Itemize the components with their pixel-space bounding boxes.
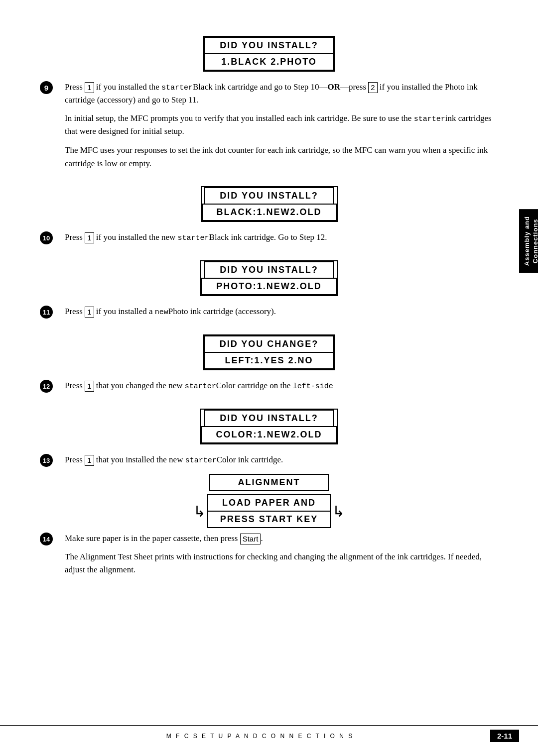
step-11-number: 11	[40, 306, 53, 319]
step-9-text2: if you installed the	[94, 82, 162, 92]
footer: M F C S E T U P A N D C O N N E C T I O …	[0, 725, 538, 742]
curve-arrow-left: ↳	[193, 503, 206, 520]
step-9-content: Press 1 if you installed the starterBlac…	[65, 81, 498, 107]
step-12-text2: that you changed the new	[94, 381, 185, 390]
step-10-text1: Press	[65, 232, 85, 242]
step-13-content: Press 1 that you installed the new start…	[65, 453, 498, 466]
step-11-text2: if you installed a	[94, 307, 155, 316]
step-13: 13 Press 1 that you installed the new st…	[40, 453, 498, 467]
step-14-text1: Make sure paper is in the paper cassette…	[65, 534, 240, 543]
step-9: 9 Press 1 if you installed the starterBl…	[40, 81, 498, 107]
step-10-content: Press 1 if you installed the new starter…	[65, 231, 498, 244]
display-1: DID YOU INSTALL? 1.BLACK 2.PHOTO	[203, 36, 335, 72]
step-9-text4: —press	[340, 82, 368, 92]
display-6-group: ALIGNMENT ↳ LOAD PAPER AND PRESS START K…	[40, 474, 498, 528]
step-9-para1-text: In initial setup, the MFC prompts you to…	[65, 113, 414, 123]
display-5: DID YOU INSTALL? COLOR:1.NEW2.OLD	[200, 409, 338, 444]
step-9-bold1: OR	[328, 82, 341, 92]
display-6-line1: ALIGNMENT	[209, 474, 329, 491]
step-10: 10 Press 1 if you installed the new star…	[40, 231, 498, 244]
step-11-key1: 1	[85, 307, 94, 318]
step-12-content: Press 1 that you changed the new starter…	[65, 379, 498, 392]
step-11-content: Press 1 if you installed a newPhoto ink …	[65, 305, 498, 318]
step-13-starter: starter	[185, 456, 217, 465]
step-14-text2: .	[261, 534, 263, 543]
step-12-number: 12	[40, 380, 53, 393]
step-10-starter: starter	[178, 234, 209, 242]
step-10-key1: 1	[85, 232, 94, 243]
display-2: DID YOU INSTALL? BLACK:1.NEW2.OLD	[201, 186, 338, 222]
step-12: 12 Press 1 that you changed the new star…	[40, 379, 498, 393]
display-1-wrapper: DID YOU INSTALL? 1.BLACK 2.PHOTO	[40, 27, 498, 77]
step-9-number: 9	[40, 81, 53, 94]
step-14: 14 Make sure paper is in the paper casse…	[40, 532, 498, 545]
display-5-line2: COLOR:1.NEW2.OLD	[201, 426, 337, 443]
step-12-starter: starter	[185, 382, 216, 391]
step-9-key1: 1	[85, 82, 94, 93]
step-12-leftside: left-side	[293, 382, 333, 391]
footer-text: M F C S E T U P A N D C O N N E C T I O …	[0, 733, 490, 740]
display-3-line1: DID YOU INSTALL?	[204, 261, 334, 278]
step-14-number: 14	[40, 533, 53, 545]
step-12-text1: Press	[65, 381, 85, 390]
side-tab: Assembly andConnections	[519, 209, 538, 273]
page: Assembly andConnections DID YOU INSTALL?…	[0, 0, 538, 756]
display-5-line1: DID YOU INSTALL?	[204, 410, 334, 426]
step-9-para3-block: The MFC uses your responses to set the i…	[65, 144, 498, 170]
step-9-key2: 2	[368, 82, 377, 93]
step-9-starter2: starter	[414, 115, 445, 123]
step-13-key1: 1	[85, 455, 94, 466]
step-14-para-block: The Alignment Test Sheet prints with ins…	[65, 550, 498, 577]
display-4-line1: DID YOU CHANGE?	[204, 335, 334, 352]
display-6-line3: PRESS START KEY	[207, 511, 331, 528]
step-10-text3: Black ink cartridge. Go to Step 12.	[209, 232, 327, 242]
step-14-key1: Start	[240, 534, 261, 544]
display-6-bottom: ↳ LOAD PAPER AND PRESS START KEY ↳	[207, 494, 331, 528]
display-2-line1: DID YOU INSTALL?	[204, 187, 334, 204]
step-12-text3: Color cartridge on the	[216, 381, 293, 390]
step-9-para3: The MFC uses your responses to set the i…	[65, 144, 498, 170]
display-6-container: ALIGNMENT ↳ LOAD PAPER AND PRESS START K…	[207, 474, 331, 528]
display-2-line2: BLACK:1.NEW2.OLD	[202, 204, 337, 221]
step-12-key1: 1	[85, 381, 94, 392]
step-13-text3: Color ink cartridge.	[217, 455, 283, 464]
step-13-text2: that you installed the new	[94, 455, 185, 464]
display-5-wrapper: DID YOU INSTALL? COLOR:1.NEW2.OLD	[40, 400, 498, 449]
step-11-text3: Photo ink cartridge (accessory).	[168, 307, 276, 316]
step-13-text1: Press	[65, 455, 85, 464]
step-13-number: 13	[40, 454, 53, 467]
step-14-content: Make sure paper is in the paper cassette…	[65, 532, 498, 545]
step-11: 11 Press 1 if you installed a newPhoto i…	[40, 305, 498, 319]
step-14-para1: The Alignment Test Sheet prints with ins…	[65, 550, 498, 577]
display-3: DID YOU INSTALL? PHOTO:1.NEW2.OLD	[200, 260, 338, 296]
display-4-wrapper: DID YOU CHANGE? LEFT:1.YES 2.NO	[40, 325, 498, 375]
step-11-new: new	[155, 308, 168, 317]
step-10-number: 10	[40, 231, 53, 244]
step-9-para1-block: In initial setup, the MFC prompts you to…	[65, 112, 498, 138]
step-9-text3: Black ink cartridge and go to Step 10—	[193, 82, 328, 92]
display-1-line1: DID YOU INSTALL?	[204, 37, 334, 53]
display-4-line2: LEFT:1.YES 2.NO	[204, 352, 334, 369]
step-9-text1: Press	[65, 82, 85, 92]
display-1-line2: 1.BLACK 2.PHOTO	[204, 53, 334, 71]
display-4: DID YOU CHANGE? LEFT:1.YES 2.NO	[203, 334, 335, 370]
step-10-text2: if you installed the new	[94, 232, 178, 242]
display-2-wrapper: DID YOU INSTALL? BLACK:1.NEW2.OLD	[40, 177, 498, 227]
step-11-text1: Press	[65, 307, 85, 316]
step-9-starter1: starter	[161, 84, 193, 92]
display-3-line2: PHOTO:1.NEW2.OLD	[201, 278, 337, 295]
footer-page-number: 2-11	[490, 730, 519, 742]
display-3-wrapper: DID YOU INSTALL? PHOTO:1.NEW2.OLD	[40, 251, 498, 301]
curve-arrow-right: ↳	[332, 503, 345, 520]
display-6-line2: LOAD PAPER AND	[207, 494, 331, 511]
